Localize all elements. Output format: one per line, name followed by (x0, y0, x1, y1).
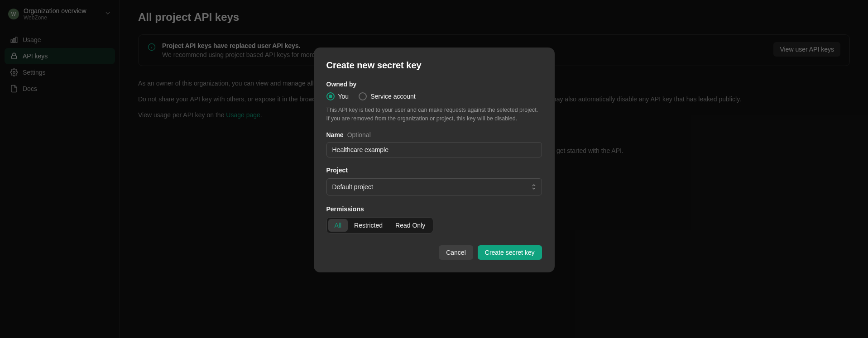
radio-checked-icon (326, 92, 335, 100)
create-secret-key-modal: Create new secret key Owned by You Servi… (314, 48, 555, 272)
radio-unchecked-icon (359, 92, 367, 100)
permission-all[interactable]: All (328, 219, 348, 232)
modal-overlay[interactable]: Create new secret key Owned by You Servi… (0, 0, 868, 338)
radio-label: Service account (370, 93, 416, 100)
owner-radio-service-account[interactable]: Service account (359, 92, 416, 100)
permission-restricted[interactable]: Restricted (348, 219, 389, 232)
permissions-segmented: All Restricted Read Only (326, 217, 434, 233)
owner-help-text: This API key is tied to your user and ca… (326, 106, 542, 123)
project-select[interactable]: Default project (326, 178, 542, 195)
project-label: Project (326, 167, 542, 174)
project-select-value: Default project (332, 183, 373, 190)
permission-read-only[interactable]: Read Only (389, 219, 432, 232)
radio-label: You (338, 93, 349, 100)
permissions-label: Permissions (326, 205, 542, 213)
create-secret-key-button[interactable]: Create secret key (478, 245, 542, 260)
owned-by-label: Owned by (326, 81, 542, 88)
name-input[interactable] (326, 142, 542, 157)
owner-radio-you[interactable]: You (326, 92, 349, 100)
optional-hint: Optional (347, 131, 371, 138)
select-caret-icon (532, 184, 536, 190)
modal-title: Create new secret key (326, 60, 542, 71)
name-label: Name (326, 131, 344, 138)
cancel-button[interactable]: Cancel (439, 245, 473, 260)
